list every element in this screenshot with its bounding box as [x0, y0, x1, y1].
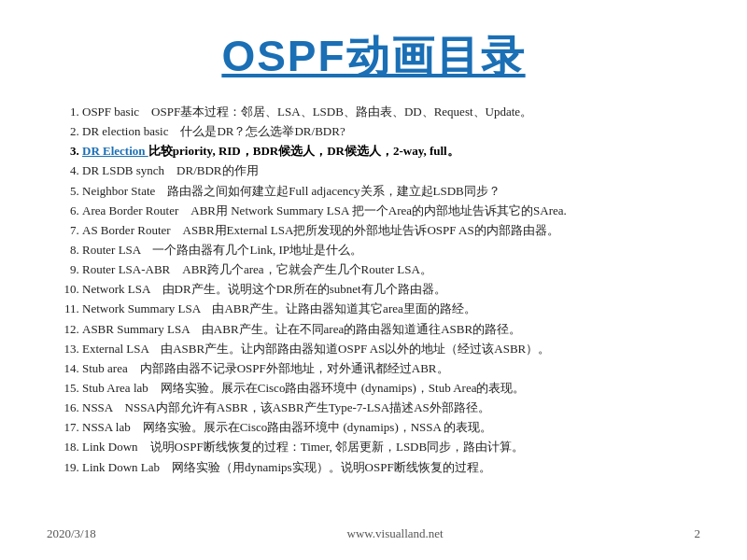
list-item: Network LSA 由DR产生。说明这个DR所在的subnet有几个路由器。 — [82, 280, 700, 299]
list-item: OSPF basic OSPF基本过程：邻居、LSA、LSDB、路由表、DD、R… — [82, 103, 700, 121]
content-list: OSPF basic OSPF基本过程：邻居、LSA、LSDB、路由表、DD、R… — [47, 103, 700, 519]
slide: OSPF动画目录 OSPF basic OSPF基本过程：邻居、LSA、LSDB… — [0, 0, 747, 560]
items-list: OSPF basic OSPF基本过程：邻居、LSA、LSDB、路由表、DD、R… — [56, 103, 700, 477]
list-item: External LSA 由ASBR产生。让内部路由器知道OSPF AS以外的地… — [82, 340, 700, 358]
slide-title: OSPF动画目录 — [47, 28, 700, 86]
footer: 2020/3/18 www.visualland.net 2 — [47, 519, 700, 541]
list-item: Area Border Router ABR用 Network Summary … — [82, 202, 700, 220]
list-item: Stub Area lab 网络实验。展示在Cisco路由器环境中 (dynam… — [82, 379, 700, 398]
dr-election-link[interactable]: DR Election — [82, 144, 148, 158]
list-item: Link Down 说明OSPF断线恢复的过程：Timer, 邻居更新，LSDB… — [82, 438, 700, 456]
list-item: NSSA lab 网络实验。展示在Cisco路由器环境中 (dynamips)，… — [82, 418, 700, 437]
footer-page: 2 — [695, 526, 701, 541]
list-item: Router LSA 一个路由器有几个Link, IP地址是什么。 — [82, 241, 700, 259]
list-item: ASBR Summary LSA 由ABR产生。让在不同area的路由器知道通往… — [82, 320, 700, 339]
list-item: Neighbor State 路由器之间如何建立起Full adjacency关… — [82, 182, 700, 201]
footer-url: www.visualland.net — [347, 526, 444, 541]
list-item: NSSA NSSA内部允许有ASBR，该ASBR产生Type-7-LSA描述AS… — [82, 399, 700, 417]
list-item: Network Summary LSA 由ABR产生。让路由器知道其它area里… — [82, 300, 700, 318]
list-item: Link Down Lab 网络实验（用dynamips实现）。说明OSPF断线… — [82, 458, 700, 477]
list-item: Router LSA-ABR ABR跨几个area，它就会产生几个Router … — [82, 260, 700, 279]
title-area: OSPF动画目录 — [47, 28, 700, 86]
list-item: DR election basic 什么是DR？怎么选举DR/BDR? — [82, 122, 700, 141]
list-item: AS Border Router ASBR用External LSA把所发现的外… — [82, 221, 700, 240]
list-item: DR LSDB synch DR/BDR的作用 — [82, 161, 700, 180]
list-item: DR Election 比较priority, RID，BDR候选人，DR候选人… — [82, 142, 700, 161]
footer-date: 2020/3/18 — [47, 526, 96, 541]
list-item: Stub area 内部路由器不记录OSPF外部地址，对外通讯都经过ABR。 — [82, 359, 700, 378]
